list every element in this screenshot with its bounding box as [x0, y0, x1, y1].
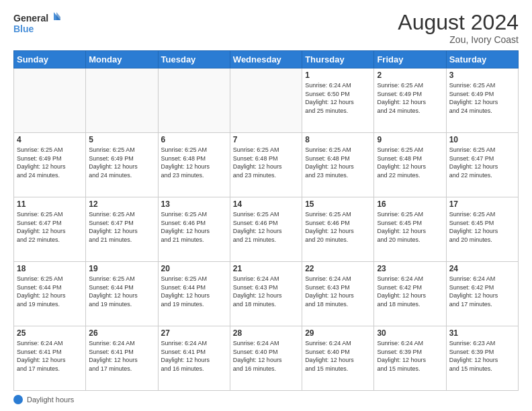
logo: General Blue: [13, 11, 60, 35]
table-cell: 22Sunrise: 6:24 AMSunset: 6:43 PMDayligh…: [302, 262, 374, 326]
week-row-2: 4Sunrise: 6:25 AMSunset: 6:49 PMDaylight…: [14, 133, 519, 197]
logo-svg: General Blue: [13, 11, 60, 35]
day-info: Sunrise: 6:25 AMSunset: 6:49 PMDaylight:…: [449, 81, 515, 115]
table-cell: 26Sunrise: 6:24 AMSunset: 6:41 PMDayligh…: [86, 326, 158, 391]
table-cell: 19Sunrise: 6:25 AMSunset: 6:44 PMDayligh…: [86, 262, 158, 326]
day-number: 1: [305, 71, 371, 80]
day-number: 14: [233, 199, 299, 209]
day-number: 2: [377, 71, 443, 80]
day-info: Sunrise: 6:25 AMSunset: 6:48 PMDaylight:…: [305, 146, 371, 179]
day-info: Sunrise: 6:24 AMSunset: 6:40 PMDaylight:…: [305, 339, 371, 373]
day-number: 25: [17, 328, 83, 338]
header-monday: Monday: [86, 51, 158, 68]
day-number: 8: [305, 135, 371, 144]
table-cell: 16Sunrise: 6:25 AMSunset: 6:45 PMDayligh…: [374, 197, 446, 262]
week-row-1: 1Sunrise: 6:24 AMSunset: 6:50 PMDaylight…: [14, 68, 519, 133]
table-cell: 3Sunrise: 6:25 AMSunset: 6:49 PMDaylight…: [446, 68, 518, 133]
day-info: Sunrise: 6:25 AMSunset: 6:49 PMDaylight:…: [89, 146, 154, 179]
table-cell: [230, 68, 302, 133]
day-info: Sunrise: 6:25 AMSunset: 6:47 PMDaylight:…: [89, 210, 154, 244]
day-number: 10: [449, 135, 515, 144]
day-info: Sunrise: 6:25 AMSunset: 6:48 PMDaylight:…: [233, 146, 299, 179]
table-cell: 6Sunrise: 6:25 AMSunset: 6:48 PMDaylight…: [158, 133, 230, 197]
day-number: 24: [449, 264, 515, 273]
day-number: 23: [377, 264, 443, 273]
weekday-header-row: Sunday Monday Tuesday Wednesday Thursday…: [14, 51, 519, 68]
header-sunday: Sunday: [14, 51, 86, 68]
day-number: 28: [233, 328, 299, 338]
day-number: 26: [89, 328, 154, 338]
day-info: Sunrise: 6:24 AMSunset: 6:50 PMDaylight:…: [305, 81, 371, 115]
header-thursday: Thursday: [302, 51, 374, 68]
day-number: 11: [17, 199, 83, 209]
table-cell: 17Sunrise: 6:25 AMSunset: 6:45 PMDayligh…: [446, 197, 518, 262]
day-number: 29: [305, 328, 371, 338]
day-info: Sunrise: 6:24 AMSunset: 6:39 PMDaylight:…: [377, 339, 443, 373]
day-number: 17: [449, 199, 515, 209]
day-number: 4: [17, 135, 83, 144]
calendar-table: Sunday Monday Tuesday Wednesday Thursday…: [13, 50, 519, 391]
day-number: 19: [89, 264, 154, 273]
day-info: Sunrise: 6:25 AMSunset: 6:48 PMDaylight:…: [161, 146, 227, 179]
day-number: 21: [233, 264, 299, 273]
day-number: 12: [89, 199, 154, 209]
day-number: 3: [449, 71, 515, 80]
day-info: Sunrise: 6:25 AMSunset: 6:44 PMDaylight:…: [17, 275, 83, 308]
svg-text:Blue: Blue: [13, 24, 34, 34]
day-number: 13: [161, 199, 227, 209]
table-cell: 13Sunrise: 6:25 AMSunset: 6:46 PMDayligh…: [158, 197, 230, 262]
day-number: 5: [89, 135, 154, 144]
day-number: 6: [161, 135, 227, 144]
table-cell: 14Sunrise: 6:25 AMSunset: 6:46 PMDayligh…: [230, 197, 302, 262]
table-cell: 18Sunrise: 6:25 AMSunset: 6:44 PMDayligh…: [14, 262, 86, 326]
svg-marker-3: [56, 12, 60, 20]
svg-text:General: General: [13, 13, 48, 24]
table-cell: 9Sunrise: 6:25 AMSunset: 6:48 PMDaylight…: [374, 133, 446, 197]
table-cell: 10Sunrise: 6:25 AMSunset: 6:47 PMDayligh…: [446, 133, 518, 197]
table-cell: 24Sunrise: 6:24 AMSunset: 6:42 PMDayligh…: [446, 262, 518, 326]
month-title: August 2024: [398, 11, 519, 34]
daylight-label: Daylight hours: [27, 396, 74, 404]
table-cell: 1Sunrise: 6:24 AMSunset: 6:50 PMDaylight…: [302, 68, 374, 133]
day-info: Sunrise: 6:25 AMSunset: 6:44 PMDaylight:…: [161, 275, 227, 308]
table-cell: 23Sunrise: 6:24 AMSunset: 6:42 PMDayligh…: [374, 262, 446, 326]
day-info: Sunrise: 6:25 AMSunset: 6:48 PMDaylight:…: [377, 146, 443, 179]
title-block: August 2024 Zou, Ivory Coast: [398, 11, 519, 45]
day-info: Sunrise: 6:23 AMSunset: 6:39 PMDaylight:…: [449, 339, 515, 373]
day-info: Sunrise: 6:24 AMSunset: 6:41 PMDaylight:…: [89, 339, 154, 373]
day-number: 30: [377, 328, 443, 338]
day-info: Sunrise: 6:24 AMSunset: 6:42 PMDaylight:…: [377, 275, 443, 308]
day-info: Sunrise: 6:24 AMSunset: 6:43 PMDaylight:…: [233, 275, 299, 308]
table-cell: 30Sunrise: 6:24 AMSunset: 6:39 PMDayligh…: [374, 326, 446, 391]
day-number: 18: [17, 264, 83, 273]
day-number: 16: [377, 199, 443, 209]
table-cell: 2Sunrise: 6:25 AMSunset: 6:49 PMDaylight…: [374, 68, 446, 133]
table-cell: 5Sunrise: 6:25 AMSunset: 6:49 PMDaylight…: [86, 133, 158, 197]
table-cell: [14, 68, 86, 133]
page: General Blue August 2024 Zou, Ivory Coas…: [0, 0, 532, 411]
day-info: Sunrise: 6:25 AMSunset: 6:45 PMDaylight:…: [449, 210, 515, 244]
footer: Daylight hours: [13, 395, 519, 404]
day-info: Sunrise: 6:24 AMSunset: 6:41 PMDaylight:…: [17, 339, 83, 373]
day-info: Sunrise: 6:25 AMSunset: 6:49 PMDaylight:…: [17, 146, 83, 179]
day-number: 15: [305, 199, 371, 209]
day-info: Sunrise: 6:25 AMSunset: 6:45 PMDaylight:…: [377, 210, 443, 244]
day-info: Sunrise: 6:25 AMSunset: 6:49 PMDaylight:…: [377, 81, 443, 115]
day-number: 7: [233, 135, 299, 144]
day-number: 31: [449, 328, 515, 338]
table-cell: 20Sunrise: 6:25 AMSunset: 6:44 PMDayligh…: [158, 262, 230, 326]
week-row-5: 25Sunrise: 6:24 AMSunset: 6:41 PMDayligh…: [14, 326, 519, 391]
header-wednesday: Wednesday: [230, 51, 302, 68]
day-info: Sunrise: 6:25 AMSunset: 6:46 PMDaylight:…: [161, 210, 227, 244]
table-cell: 4Sunrise: 6:25 AMSunset: 6:49 PMDaylight…: [14, 133, 86, 197]
table-cell: [158, 68, 230, 133]
header: General Blue August 2024 Zou, Ivory Coas…: [13, 11, 519, 45]
day-info: Sunrise: 6:25 AMSunset: 6:44 PMDaylight:…: [89, 275, 154, 308]
table-cell: 12Sunrise: 6:25 AMSunset: 6:47 PMDayligh…: [86, 197, 158, 262]
location: Zou, Ivory Coast: [398, 34, 519, 45]
daylight-dot: [13, 395, 23, 404]
day-info: Sunrise: 6:25 AMSunset: 6:47 PMDaylight:…: [449, 146, 515, 179]
day-info: Sunrise: 6:25 AMSunset: 6:47 PMDaylight:…: [17, 210, 83, 244]
table-cell: 28Sunrise: 6:24 AMSunset: 6:40 PMDayligh…: [230, 326, 302, 391]
table-cell: 7Sunrise: 6:25 AMSunset: 6:48 PMDaylight…: [230, 133, 302, 197]
